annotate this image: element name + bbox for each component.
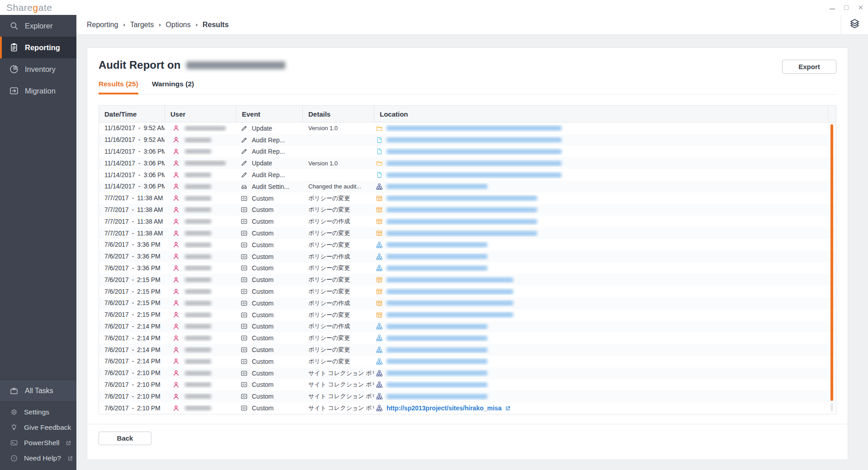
redacted-location-link[interactable] [387, 242, 487, 247]
sidebar-item-inventory[interactable]: Inventory [0, 58, 76, 80]
cell-event: Update [236, 125, 302, 132]
breadcrumb-item[interactable]: Targets [130, 21, 154, 29]
location-link[interactable]: http://sp2013project/sites/hirako_misa [387, 404, 511, 412]
breadcrumb-item[interactable]: Options [166, 21, 191, 29]
redacted-location-link[interactable] [387, 277, 513, 282]
table-row[interactable]: 7/7/2017-11:38 AMCustomポリシーの作成 [99, 216, 836, 227]
code-icon [241, 218, 248, 225]
table-row[interactable]: 7/6/2017-2:14 PMCustomポリシーの変更 [99, 356, 836, 367]
breadcrumb-separator: › [196, 21, 198, 28]
table-row[interactable]: 7/7/2017-11:38 AMCustomポリシーの変更 [99, 193, 836, 204]
table-row[interactable]: 11/16/2017-9:52 AMUpdateVersion 1.0 [99, 122, 836, 134]
sidebar-item-powershell[interactable]: PowerShell [0, 435, 76, 451]
table-amber-icon [376, 276, 383, 283]
redacted-location-link[interactable] [387, 336, 487, 341]
maximize-button[interactable] [844, 5, 849, 10]
redacted-location-link[interactable] [387, 266, 487, 271]
table-row[interactable]: 11/14/2017-3:06 PMAudit Rep... [99, 169, 836, 181]
sidebar-spacer [0, 102, 76, 380]
sidebar-item-settings[interactable]: Settings [0, 404, 76, 420]
redacted-location-link[interactable] [387, 173, 561, 178]
column-header-details[interactable]: Details [302, 106, 374, 122]
column-header-location[interactable]: Location [374, 106, 828, 122]
details-text: ポリシーの変更 [308, 287, 350, 296]
cell-datetime: 7/6/2017-3:36 PM [99, 241, 165, 248]
column-header-event[interactable]: Event [236, 106, 302, 122]
table-row[interactable]: 7/6/2017-2:14 PMCustomポリシーの変更 [99, 344, 836, 356]
column-header-date-time[interactable]: Date/Time [99, 106, 165, 122]
table-row[interactable]: 7/6/2017-3:36 PMCustomポリシーの変更 [99, 263, 836, 274]
table-row[interactable]: 11/14/2017-3:06 PMAudit Settin...Changed… [99, 181, 836, 193]
cell-datetime: 11/14/2017-3:06 PM [99, 148, 165, 155]
back-button[interactable]: Back [99, 432, 151, 445]
sidebar-item-give-feedback[interactable]: Give Feedback [0, 420, 76, 435]
vertical-scrollbar-thumb[interactable] [830, 124, 833, 401]
tab-results[interactable]: Results (25) [99, 80, 138, 94]
sitemap-blue-icon [376, 264, 383, 272]
table-row[interactable]: 11/14/2017-3:06 PMUpdateVersion 1.0 [99, 157, 836, 169]
redacted-location-link[interactable] [387, 301, 513, 306]
table-row[interactable]: 7/6/2017-2:10 PMCustomサイト コレクション ポリ... [99, 367, 836, 379]
redacted-location-link[interactable] [387, 394, 487, 399]
table-row[interactable]: 7/6/2017-2:15 PMCustomポリシーの変更 [99, 286, 836, 297]
redacted-location-link[interactable] [387, 161, 561, 166]
column-header-user[interactable]: User [165, 106, 236, 122]
cell-details: ポリシーの変更 [302, 229, 374, 237]
table-row[interactable]: 7/6/2017-2:15 PMCustomポリシーの変更 [99, 309, 836, 321]
cell-event: Custom [236, 276, 302, 283]
table-row[interactable]: 7/6/2017-2:10 PMCustomサイト コレクション ポリ... [99, 379, 836, 391]
table-row[interactable]: 7/7/2017-11:38 AMCustomポリシーの変更 [99, 227, 836, 239]
redacted-location-link[interactable] [387, 196, 537, 201]
table-row[interactable]: 7/6/2017-2:10 PMCustomサイト コレクション ポリ...ht… [99, 402, 836, 414]
table-row[interactable]: 11/16/2017-9:52 AMAudit Rep... [99, 134, 836, 146]
redacted-location-link[interactable] [387, 149, 561, 154]
table-row[interactable]: 11/14/2017-3:06 PMAudit Rep... [99, 146, 836, 158]
table-row[interactable]: 7/6/2017-2:14 PMCustomポリシーの作成 [99, 321, 836, 333]
breadcrumb-item[interactable]: Reporting [87, 21, 118, 29]
redacted-location-link[interactable] [387, 348, 487, 352]
redacted-location-link[interactable] [387, 312, 513, 317]
search-icon [9, 21, 19, 31]
table-row[interactable]: 7/6/2017-2:10 PMCustomサイト コレクション ポリ... [99, 390, 836, 402]
sidebar-item-migration[interactable]: Migration [0, 80, 76, 102]
export-button[interactable]: Export [782, 60, 836, 74]
redacted-location-link[interactable] [387, 359, 487, 364]
sitemap-blue-icon [376, 358, 383, 365]
migration-icon [9, 86, 19, 96]
redacted-location-link[interactable] [387, 382, 487, 387]
table-row[interactable]: 7/6/2017-2:14 PMCustomポリシーの変更 [99, 332, 836, 344]
close-button[interactable]: ✕ [858, 4, 863, 11]
redacted-location-link[interactable] [387, 184, 487, 189]
redacted-location-link[interactable] [387, 371, 487, 376]
cell-event: Custom [236, 230, 302, 237]
table-row[interactable]: 7/6/2017-3:36 PMCustomポリシーの変更 [99, 239, 836, 251]
redacted-location-link[interactable] [387, 254, 487, 259]
cell-datetime: 11/14/2017-3:06 PM [99, 172, 165, 179]
user-avatar-icon [173, 277, 179, 283]
sidebar-item-explorer[interactable]: Explorer [0, 15, 76, 37]
cell-location [374, 370, 828, 377]
code-icon [241, 300, 248, 307]
cell-details: ポリシーの変更 [302, 357, 374, 366]
cell-user [165, 405, 236, 412]
tab-warnings[interactable]: Warnings (2) [152, 80, 194, 94]
sidebar-item-need-help[interactable]: ?Need Help? [0, 451, 76, 466]
redacted-location-link[interactable] [387, 137, 561, 142]
table-row[interactable]: 7/6/2017-2:15 PMCustomポリシーの変更 [99, 274, 836, 286]
redacted-location-link[interactable] [387, 289, 513, 294]
table-row[interactable]: 7/6/2017-2:15 PMCustomポリシーの作成 [99, 297, 836, 309]
sidebar-item-reporting[interactable]: Reporting [0, 37, 76, 58]
table-row[interactable]: 7/7/2017-11:38 AMCustomポリシーの変更 [99, 204, 836, 216]
minimize-button[interactable] [830, 6, 835, 9]
details-text: ポリシーの作成 [308, 322, 350, 330]
sidebar-item-all-tasks[interactable]: All Tasks [0, 380, 76, 402]
breadcrumb-item[interactable]: Results [203, 21, 229, 29]
code-icon [241, 334, 248, 342]
redacted-location-link[interactable] [387, 207, 537, 212]
redacted-location-link[interactable] [387, 231, 537, 236]
redacted-location-link[interactable] [387, 219, 537, 224]
table-row[interactable]: 7/6/2017-3:36 PMCustomポリシーの作成 [99, 251, 836, 263]
layers-button[interactable] [841, 15, 868, 34]
redacted-location-link[interactable] [387, 126, 561, 131]
redacted-location-link[interactable] [387, 324, 487, 329]
